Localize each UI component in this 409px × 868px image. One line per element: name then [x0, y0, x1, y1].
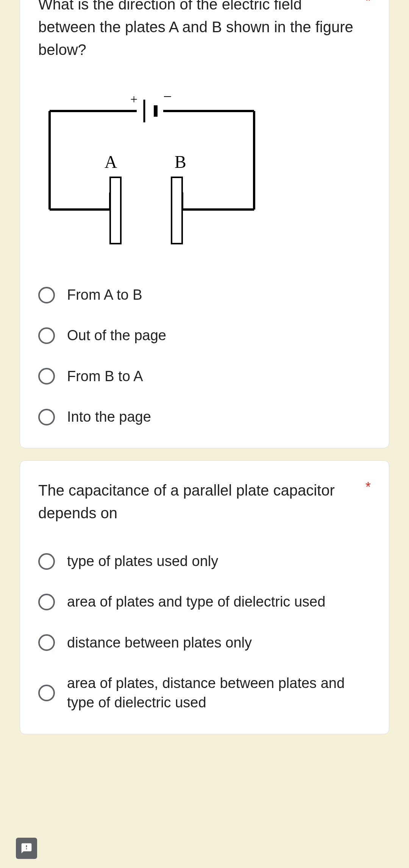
option-into-page[interactable]: Into the page [38, 407, 371, 427]
radio-icon [38, 368, 55, 385]
question-text: What is the direction of the electric fi… [38, 0, 359, 61]
option-label: From A to B [67, 285, 142, 305]
option-label: type of plates used only [67, 552, 218, 571]
radio-icon [38, 327, 55, 344]
option-label: From B to A [67, 367, 143, 386]
question-header: The capacitance of a parallel plate capa… [38, 479, 371, 524]
question-card-1: What is the direction of the electric fi… [20, 0, 389, 448]
option-area-distance-dielectric[interactable]: area of plates, distance between plates … [38, 674, 371, 713]
svg-rect-11 [172, 177, 182, 244]
option-from-a-to-b[interactable]: From A to B [38, 285, 371, 305]
option-distance-only[interactable]: distance between plates only [38, 633, 371, 652]
option-from-b-to-a[interactable]: From B to A [38, 367, 371, 386]
option-area-dielectric[interactable]: area of plates and type of dielectric us… [38, 592, 371, 612]
radio-icon [38, 409, 55, 425]
plate-a-label: A [105, 152, 117, 172]
radio-icon [38, 553, 55, 570]
option-label: distance between plates only [67, 633, 252, 652]
option-label: area of plates, distance between plates … [67, 674, 371, 713]
question-card-2: The capacitance of a parallel plate capa… [20, 460, 389, 734]
option-label: Into the page [67, 407, 151, 427]
plate-b-label: B [175, 152, 186, 172]
question-header: What is the direction of the electric fi… [38, 0, 371, 61]
option-out-of-page[interactable]: Out of the page [38, 326, 371, 345]
radio-icon [38, 685, 55, 701]
radio-icon [38, 287, 55, 303]
option-label: area of plates and type of dielectric us… [67, 592, 325, 612]
question-text: The capacitance of a parallel plate capa… [38, 479, 359, 524]
options-list: From A to B Out of the page From B to A … [38, 285, 371, 427]
svg-rect-9 [110, 177, 121, 244]
radio-icon [38, 634, 55, 651]
options-list: type of plates used only area of plates … [38, 552, 371, 712]
option-label: Out of the page [67, 326, 166, 345]
circuit-svg: + − A B [38, 88, 265, 263]
required-mark: * [365, 479, 371, 495]
required-mark: * [365, 0, 371, 9]
battery-plus-label: + [130, 92, 137, 106]
battery-minus-label: − [163, 88, 172, 105]
circuit-figure: + − A B [38, 88, 371, 264]
option-type-only[interactable]: type of plates used only [38, 552, 371, 571]
radio-icon [38, 594, 55, 610]
